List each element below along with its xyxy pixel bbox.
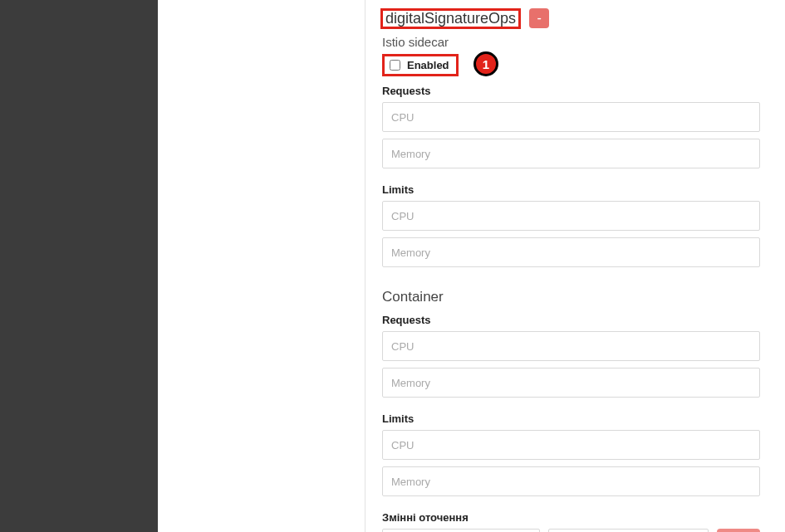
- istio-enabled-label: Enabled: [407, 59, 449, 71]
- env-remove-button[interactable]: -: [717, 529, 760, 532]
- remove-section-button[interactable]: -: [529, 8, 549, 28]
- container-requests-label: Requests: [382, 314, 760, 326]
- container-requests-memory-input[interactable]: [382, 368, 760, 398]
- container-requests-cpu-input[interactable]: [382, 331, 760, 361]
- container-limits-memory-input[interactable]: [382, 466, 760, 496]
- istio-limits-memory-input[interactable]: [382, 237, 760, 267]
- content-left-gap: [158, 0, 366, 532]
- container-heading: Container: [382, 289, 760, 305]
- istio-heading: Istio sidecar: [382, 35, 760, 49]
- env-row: -: [382, 529, 760, 532]
- container-limits-label: Limits: [382, 412, 760, 425]
- annotation-badge-1: 1: [473, 51, 498, 76]
- section-title: digitalSignatureOps: [382, 10, 519, 27]
- istio-requests-cpu-input[interactable]: [382, 102, 760, 132]
- sidebar: [0, 0, 158, 532]
- env-heading: Змінні оточення: [382, 511, 760, 524]
- istio-requests-memory-input[interactable]: [382, 139, 760, 168]
- env-value-input[interactable]: [548, 529, 709, 532]
- env-key-input[interactable]: [382, 529, 540, 532]
- main-panel: digitalSignatureOps - Istio sidecar Enab…: [366, 0, 785, 532]
- istio-requests-label: Requests: [382, 85, 760, 97]
- container-limits-cpu-input[interactable]: [382, 430, 760, 460]
- istio-limits-label: Limits: [382, 183, 760, 196]
- istio-enabled-checkbox[interactable]: [390, 60, 400, 71]
- istio-limits-cpu-input[interactable]: [382, 201, 760, 231]
